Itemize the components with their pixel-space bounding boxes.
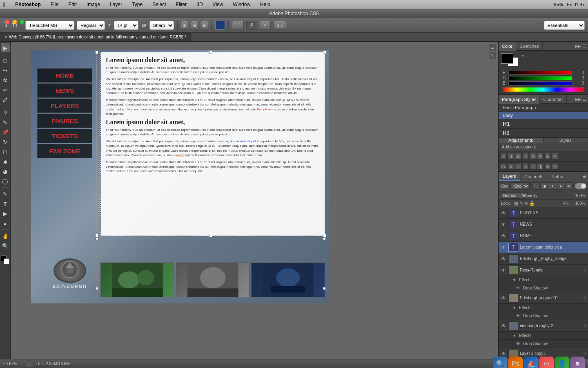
filter-pixel-icon[interactable]: □	[532, 182, 540, 190]
antialiasing-select[interactable]: Sharp	[149, 21, 174, 30]
font-family-select[interactable]: Trebuchet MS	[25, 21, 74, 30]
minimize-button[interactable]	[12, 20, 17, 25]
menu-layer[interactable]: Layer	[108, 2, 124, 7]
lock-move-icon[interactable]: ✥	[524, 201, 528, 206]
panel-collapse-icon[interactable]: ▶▶	[575, 44, 581, 48]
layer-players[interactable]: 👁 T PLAYERS	[499, 207, 588, 219]
adj-colorbalance[interactable]: ≋	[552, 153, 558, 159]
dock-finder[interactable]: 🔍	[493, 357, 507, 368]
adj-posterize[interactable]: ░	[530, 163, 536, 170]
lock-transparent-icon[interactable]: ▦	[514, 201, 518, 206]
adj-channel[interactable]: Ψ	[515, 163, 521, 170]
effects-vis-ross[interactable]: ▾	[511, 278, 517, 282]
marquee-tool[interactable]: □	[1, 56, 10, 65]
adj-gradient[interactable]: ⊞	[544, 163, 551, 170]
layer-home[interactable]: 👁 T HOME	[499, 230, 588, 242]
nav-home[interactable]: HOME	[37, 68, 92, 83]
eyedropper-tool[interactable]: 🖍	[1, 95, 10, 104]
effects-vis-e001[interactable]: ▾	[511, 305, 517, 310]
filter-toggle[interactable]	[575, 183, 586, 189]
menu-window[interactable]: Window	[231, 2, 252, 7]
visibility-icon-home[interactable]: 👁	[500, 233, 507, 239]
layer-lorem-active[interactable]: 👁 T Lorem ipsum dolor sit a...	[499, 242, 588, 253]
r-slider[interactable]	[508, 71, 572, 75]
nav-fanzone[interactable]: FAN ZONE	[37, 144, 92, 158]
layer-edinburgh2[interactable]: 👁 edinburgh-rugby-2... fx	[499, 320, 588, 332]
menu-3d[interactable]: 3D	[195, 2, 204, 7]
adj-contrast[interactable]: ◑	[508, 153, 514, 159]
visibility-icon-news[interactable]: 👁	[500, 222, 507, 227]
layer-e2-effects[interactable]: ▾ Effects	[499, 332, 588, 340]
layer-e001-effects[interactable]: ▾ Effects	[499, 304, 588, 312]
visibility-icon-2copy5[interactable]: 👁	[500, 351, 507, 357]
menu-help[interactable]: Help	[258, 2, 272, 7]
layer-edinburgh001[interactable]: 👁 Edinburgh-rugby-001 fx	[499, 292, 588, 304]
menu-edit[interactable]: Edit	[67, 2, 78, 7]
adj-brightness[interactable]: ☀	[500, 153, 507, 159]
healing-brush-tool[interactable]: ⚲	[1, 108, 10, 117]
visibility-icon-badge[interactable]: 👁	[500, 256, 507, 262]
tab-close-icon[interactable]: ✕	[4, 35, 7, 39]
lock-all-icon[interactable]: 🔒	[529, 201, 535, 206]
hand-tool[interactable]: ✌	[1, 231, 10, 240]
para-panel-collapse[interactable]: ▶▶	[575, 97, 581, 101]
nav-fixtures[interactable]: FIXURES	[37, 114, 92, 128]
adj-hue[interactable]: ◈	[544, 153, 551, 159]
panel-icon-1[interactable]: ☰	[489, 44, 496, 51]
dropshadow-vis-e001[interactable]: 👁	[515, 314, 521, 318]
lock-paint-icon[interactable]: ✎	[519, 201, 523, 206]
apple-menu[interactable]: 	[3, 1, 5, 8]
adj-photo[interactable]: ⊕	[508, 163, 514, 170]
crop-tool[interactable]: ✄	[1, 85, 10, 94]
menu-filter[interactable]: Filter	[174, 2, 189, 7]
style-h2[interactable]: H2	[499, 129, 588, 138]
para-panel-menu[interactable]: ☰	[583, 97, 586, 101]
dock-ps[interactable]: Ps	[508, 357, 523, 368]
text-color-swatch[interactable]	[215, 21, 225, 30]
filter-text-icon[interactable]: T	[549, 182, 556, 190]
layer-news[interactable]: 👁 T NEWS	[499, 219, 588, 230]
status-doc-icon[interactable]: □	[26, 361, 32, 367]
path-select-tool[interactable]: ▶	[1, 209, 10, 218]
dock-contacts[interactable]: 👤	[555, 357, 569, 368]
layer-e001-dropshadow[interactable]: 👁 Drop Shadow	[499, 312, 588, 320]
style-body[interactable]: Body	[499, 112, 588, 119]
nav-tickets[interactable]: TICKETS	[37, 129, 92, 143]
close-button[interactable]	[5, 20, 10, 25]
layers-tab[interactable]: Layers	[499, 172, 520, 181]
spectrum-bar[interactable]	[503, 87, 584, 92]
quick-select-tool[interactable]: ☢	[1, 76, 10, 85]
layers-panel-menu[interactable]: ☰	[581, 172, 588, 181]
swap-icon[interactable]: ⇄	[521, 54, 524, 58]
panel-icon-2[interactable]: ✎	[489, 52, 496, 59]
move-tool[interactable]: ▶	[1, 43, 10, 52]
menu-type[interactable]: Type	[130, 2, 144, 7]
channels-tab[interactable]: Channels	[520, 172, 547, 181]
text-content-box[interactable]: Lorem ipsum dolor sit amet, pri id falli…	[100, 52, 325, 236]
dock-mail[interactable]: ✉	[539, 357, 554, 368]
window-controls[interactable]	[5, 20, 24, 25]
adj-vibrance[interactable]: ❋	[537, 153, 543, 159]
g-slider[interactable]	[508, 76, 572, 80]
adjustments-tab[interactable]: Adjustments	[499, 138, 543, 143]
blur-tool[interactable]: ◕	[1, 167, 10, 176]
font-style-select[interactable]: Regular	[77, 21, 105, 30]
3d-button[interactable]: 3D	[273, 21, 286, 30]
adj-threshold[interactable]: ▐	[537, 163, 543, 170]
visibility-icon-players[interactable]: 👁	[500, 210, 507, 216]
style-basic-paragraph[interactable]: Basic Paragraph	[499, 104, 588, 112]
b-slider[interactable]	[508, 81, 572, 85]
menu-select[interactable]: Select	[151, 2, 167, 7]
adj-bw[interactable]: B/W	[500, 163, 507, 170]
dropshadow-vis-e2[interactable]: 👁	[515, 341, 521, 346]
paragraph-styles-tab[interactable]: Paragraph Styles	[499, 95, 540, 104]
type-tool[interactable]: T	[1, 199, 10, 208]
warp-text-button[interactable]: ⌒	[232, 21, 244, 30]
para-panel-controls[interactable]: ▶▶ ☰	[574, 97, 588, 101]
visibility-icon-e001[interactable]: 👁	[500, 295, 507, 301]
cancel-transform-button[interactable]: ✗	[246, 21, 257, 30]
adj-invert[interactable]: ⊙	[522, 163, 529, 170]
styles-tab[interactable]: Styles	[543, 138, 588, 143]
stamp-tool[interactable]: 📌	[1, 128, 10, 137]
nav-players[interactable]: PLAYERS	[37, 99, 92, 113]
